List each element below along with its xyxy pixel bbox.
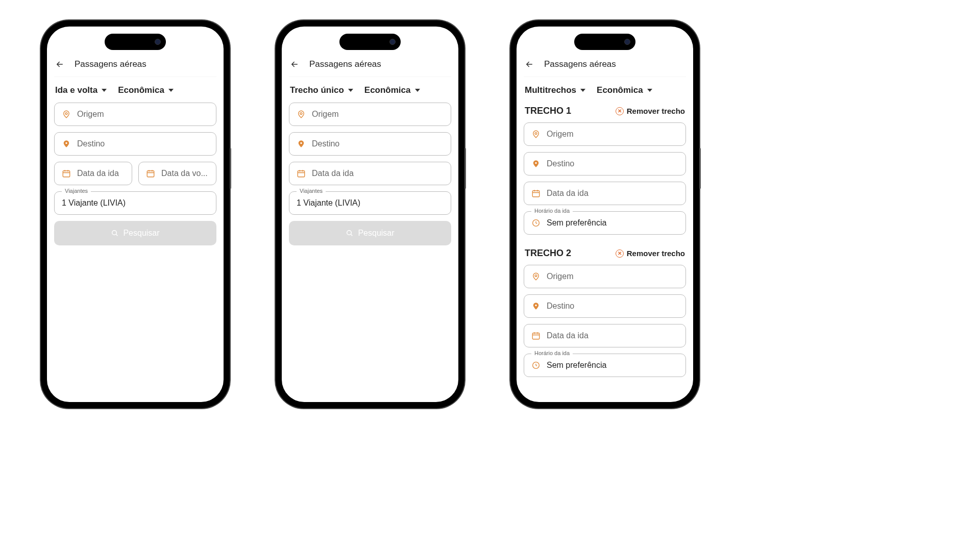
phone-notch xyxy=(105,34,166,50)
back-button[interactable] xyxy=(525,60,534,69)
travelers-field[interactable]: Viajantes 1 Viajante (LIVIA) xyxy=(289,191,451,215)
search-button[interactable]: Pesquisar xyxy=(289,221,451,245)
time-value: Sem preferência xyxy=(547,361,606,370)
search-button[interactable]: Pesquisar xyxy=(54,221,216,245)
destination-placeholder: Destino xyxy=(312,139,339,148)
segment-title: TRECHO 1 xyxy=(525,106,571,116)
departure-date-placeholder: Data da ida xyxy=(547,189,589,198)
chevron-down-icon xyxy=(580,89,585,92)
destination-field[interactable]: Destino xyxy=(289,132,451,156)
trip-type-label: Trecho único xyxy=(290,85,344,95)
svg-point-4 xyxy=(112,231,117,235)
departure-time-field[interactable]: Horário da ida Sem preferência xyxy=(524,354,686,377)
travelers-value: 1 Viajante (LIVIA) xyxy=(62,198,126,208)
search-icon xyxy=(111,229,119,237)
trip-type-dropdown[interactable]: Ida e volta xyxy=(55,85,107,95)
travelers-field[interactable]: Viajantes 1 Viajante (LIVIA) xyxy=(54,191,216,215)
pin-outline-icon xyxy=(531,130,541,139)
back-button[interactable] xyxy=(55,60,64,69)
cabin-class-label: Econômica xyxy=(597,85,643,95)
phone-side-button xyxy=(699,148,701,189)
cabin-class-dropdown[interactable]: Econômica xyxy=(118,85,174,95)
origin-field[interactable]: Origem xyxy=(524,122,686,146)
origin-placeholder: Origem xyxy=(547,272,573,281)
departure-date-field[interactable]: Data da ida xyxy=(289,162,451,185)
clock-icon xyxy=(531,218,541,228)
departure-date-field[interactable]: Data da ida xyxy=(524,182,686,205)
back-button[interactable] xyxy=(290,60,299,69)
svg-point-6 xyxy=(300,142,302,144)
destination-placeholder: Destino xyxy=(547,302,574,311)
origin-field[interactable]: Origem xyxy=(289,103,451,126)
segment-block: TRECHO 2 ✕ Remover trecho Origem xyxy=(524,245,686,377)
svg-point-10 xyxy=(535,162,536,164)
svg-point-8 xyxy=(347,231,352,235)
cabin-class-dropdown[interactable]: Econômica xyxy=(364,85,420,95)
phone-mockup-multicity: Passagens aéreas Multitrechos Econômica … xyxy=(510,20,699,408)
pin-filled-icon xyxy=(531,302,541,311)
time-float-label: Horário da ida xyxy=(531,350,573,356)
arrow-left-icon xyxy=(55,60,64,69)
departure-date-field[interactable]: Data da ida xyxy=(524,324,686,347)
close-circle-icon: ✕ xyxy=(616,249,624,258)
svg-rect-3 xyxy=(147,171,154,177)
trip-type-label: Multitrechos xyxy=(525,85,576,95)
chevron-down-icon xyxy=(102,89,107,92)
svg-point-13 xyxy=(535,275,537,277)
svg-point-1 xyxy=(65,142,67,144)
svg-point-5 xyxy=(300,113,302,115)
pin-outline-icon xyxy=(297,110,306,119)
destination-field[interactable]: Destino xyxy=(524,152,686,176)
phone-side-button xyxy=(464,148,466,189)
departure-time-field[interactable]: Horário da ida Sem preferência xyxy=(524,211,686,235)
search-icon xyxy=(346,229,354,237)
destination-field[interactable]: Destino xyxy=(524,294,686,318)
cabin-class-dropdown[interactable]: Econômica xyxy=(597,85,652,95)
svg-rect-7 xyxy=(298,171,305,177)
destination-placeholder: Destino xyxy=(77,139,105,148)
origin-placeholder: Origem xyxy=(312,110,338,119)
remove-segment-label: Remover trecho xyxy=(627,249,685,258)
trip-type-label: Ida e volta xyxy=(55,85,97,95)
pin-outline-icon xyxy=(62,110,71,119)
time-float-label: Horário da ida xyxy=(531,208,573,214)
cabin-class-label: Econômica xyxy=(118,85,164,95)
calendar-icon xyxy=(531,331,541,340)
segment-block: TRECHO 1 ✕ Remover trecho Origem xyxy=(524,103,686,235)
trip-type-dropdown[interactable]: Trecho único xyxy=(290,85,353,95)
remove-segment-button[interactable]: ✕ Remover trecho xyxy=(616,107,685,115)
svg-point-9 xyxy=(535,133,537,135)
trip-type-dropdown[interactable]: Multitrechos xyxy=(525,85,585,95)
departure-date-field[interactable]: Data da ida xyxy=(54,162,132,185)
return-date-placeholder: Data da vo... xyxy=(161,169,208,178)
search-button-label: Pesquisar xyxy=(123,229,159,238)
pin-filled-icon xyxy=(62,139,71,148)
travelers-float-label: Viajantes xyxy=(297,188,326,194)
page-title: Passagens aéreas xyxy=(544,59,616,69)
clock-icon xyxy=(531,361,541,370)
origin-field[interactable]: Origem xyxy=(524,265,686,288)
remove-segment-button[interactable]: ✕ Remover trecho xyxy=(616,249,685,258)
chevron-down-icon xyxy=(348,89,353,92)
departure-date-placeholder: Data da ida xyxy=(547,331,589,340)
calendar-icon xyxy=(62,169,71,178)
search-button-label: Pesquisar xyxy=(358,229,394,238)
destination-placeholder: Destino xyxy=(547,159,574,168)
svg-rect-11 xyxy=(532,191,540,197)
segment-title: TRECHO 2 xyxy=(525,248,571,259)
arrow-left-icon xyxy=(290,60,299,69)
arrow-left-icon xyxy=(525,60,534,69)
destination-field[interactable]: Destino xyxy=(54,132,216,156)
calendar-icon xyxy=(531,189,541,198)
pin-filled-icon xyxy=(297,139,306,148)
phone-side-button xyxy=(230,148,231,189)
chevron-down-icon xyxy=(415,89,420,92)
travelers-value: 1 Viajante (LIVIA) xyxy=(297,198,360,208)
svg-rect-15 xyxy=(532,333,540,339)
svg-point-14 xyxy=(535,305,536,306)
origin-field[interactable]: Origem xyxy=(54,103,216,126)
phone-notch xyxy=(574,34,635,50)
return-date-field[interactable]: Data da vo... xyxy=(138,162,216,185)
svg-rect-2 xyxy=(63,171,70,177)
svg-point-0 xyxy=(65,113,67,115)
